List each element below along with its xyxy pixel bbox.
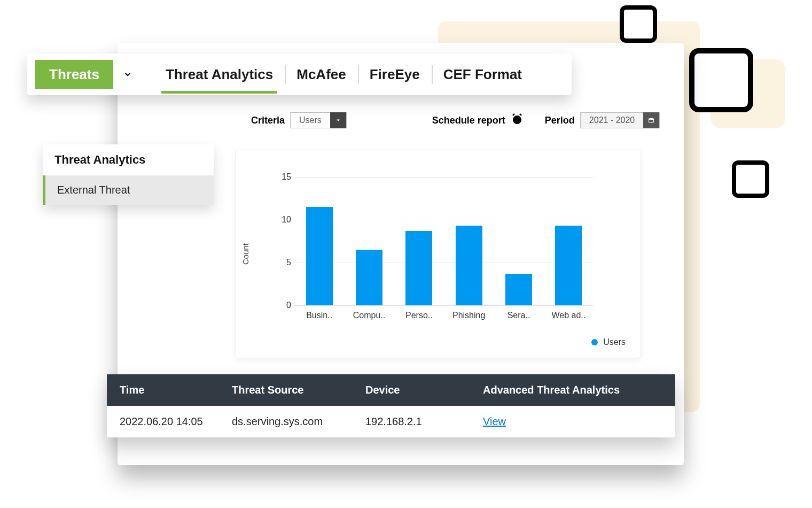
chart-ytick: 10 <box>275 215 291 225</box>
svg-rect-4 <box>649 119 654 123</box>
tab-cef-format[interactable]: CEF Format <box>432 62 534 87</box>
chart-ytick: 0 <box>275 301 291 310</box>
chart-bar <box>306 207 333 305</box>
chart-bar <box>456 226 482 305</box>
chart-xtick: Sera.. <box>497 311 540 320</box>
chart-xtick: Busin.. <box>298 311 341 320</box>
chart-ylabel: Count <box>241 243 250 265</box>
period-select[interactable]: 2021 - 2020 <box>580 112 660 128</box>
sidebar-item-external-threat[interactable]: External Threat <box>43 175 214 205</box>
view-link[interactable]: View <box>483 415 506 427</box>
chart-bar <box>555 226 582 305</box>
options-bar: Criteria Users Schedule report Period 20… <box>251 112 785 128</box>
threats-label: Threats <box>35 66 113 83</box>
deco-outline-square-1 <box>620 5 657 43</box>
criteria-label: Criteria <box>251 115 285 126</box>
chart-xtick: Phishing <box>448 311 490 320</box>
legend-dot-icon <box>591 339 598 345</box>
threat-table: Time Threat Source Device Advanced Threa… <box>107 374 675 437</box>
chart-bar <box>356 250 382 305</box>
chart-legend: Users <box>591 337 626 347</box>
chart-bar <box>505 274 532 305</box>
th-advanced: Advanced Threat Analytics <box>470 374 675 406</box>
deco-outline-square-2 <box>689 48 753 112</box>
chart-gridline <box>294 305 594 306</box>
tab-mcafee[interactable]: McAfee <box>285 62 357 87</box>
legend-label: Users <box>603 337 626 347</box>
chart-gridline <box>294 220 594 220</box>
chart: Count 051015 Users Busin..Compu..Perso..… <box>236 150 641 358</box>
svg-point-3 <box>513 116 521 124</box>
cell-device: 192.168.2.1 <box>353 406 470 437</box>
sidebar-header: Threat Analytics <box>43 144 214 175</box>
schedule-label: Schedule report <box>432 115 505 126</box>
chart-card: Count 051015 Users Busin..Compu..Perso..… <box>235 150 641 358</box>
cell-time: 2022.06.20 14:05 <box>107 406 219 437</box>
view-tabs: Threat Analytics McAfee FireEye CEF Form… <box>154 62 534 87</box>
chevron-down-icon <box>113 60 142 89</box>
chart-gridline <box>294 177 594 178</box>
chart-gridline <box>294 263 594 263</box>
th-device: Device <box>353 374 470 406</box>
tab-bar: Threats Threat Analytics McAfee FireEye … <box>27 53 572 95</box>
tab-fireeye[interactable]: FireEye <box>358 62 432 87</box>
th-time: Time <box>107 374 219 406</box>
table-row: 2022.06.20 14:05 ds.serving.sys.com 192.… <box>107 406 675 437</box>
schedule-report[interactable]: Schedule report <box>432 113 524 128</box>
chart-bar <box>405 231 432 305</box>
criteria-group: Criteria Users <box>251 112 347 128</box>
criteria-select[interactable]: Users <box>290 112 347 128</box>
period-label: Period <box>545 115 575 126</box>
period-value: 2021 - 2020 <box>581 116 643 125</box>
period-group: Period 2021 - 2020 <box>545 112 660 128</box>
cell-source: ds.serving.sys.com <box>219 406 353 437</box>
chart-ytick: 15 <box>275 172 291 182</box>
chart-xtick: Perso.. <box>397 311 440 320</box>
chart-xtick: Compu.. <box>348 311 391 320</box>
calendar-icon <box>643 112 659 128</box>
chart-plot-area: 051015 <box>294 177 594 305</box>
criteria-value: Users <box>291 116 330 125</box>
chart-ytick: 5 <box>275 258 291 267</box>
threats-dropdown[interactable]: Threats <box>35 60 142 89</box>
th-source: Threat Source <box>219 374 353 406</box>
tab-threat-analytics[interactable]: Threat Analytics <box>154 62 285 87</box>
sidebar: Threat Analytics External Threat <box>43 144 214 205</box>
chevron-down-icon <box>330 112 346 128</box>
table-header: Time Threat Source Device Advanced Threa… <box>107 374 675 406</box>
alarm-clock-icon <box>511 113 524 128</box>
deco-outline-square-3 <box>732 160 769 198</box>
chart-xtick: Web ad.. <box>547 311 590 320</box>
